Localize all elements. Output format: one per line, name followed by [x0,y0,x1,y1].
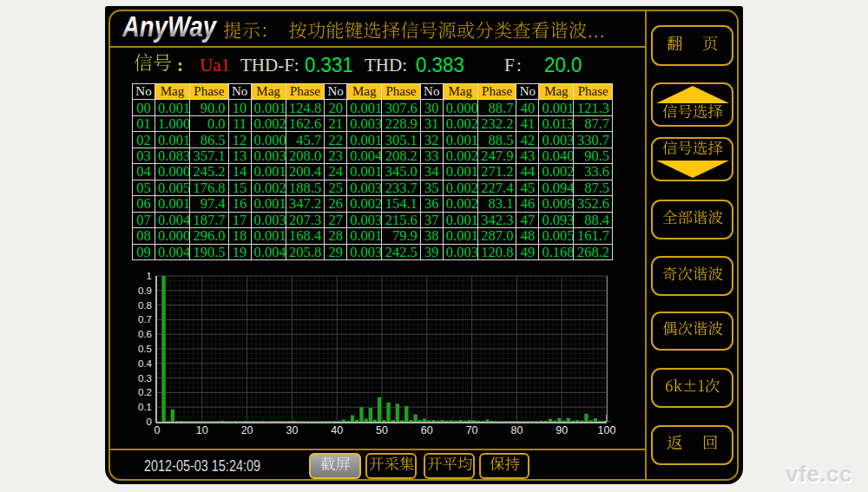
svg-text:80: 80 [510,424,523,436]
svg-text:70: 70 [466,424,478,436]
svg-text:20: 20 [241,424,253,436]
svg-text:60: 60 [421,424,433,436]
svg-text:0.6: 0.6 [138,329,152,339]
svg-text:0.2: 0.2 [138,387,152,397]
svg-text:50: 50 [376,424,388,436]
svg-text:40: 40 [331,424,343,436]
svg-text:90: 90 [556,424,568,436]
svg-text:0.9: 0.9 [138,285,152,296]
svg-text:0.4: 0.4 [138,358,153,369]
svg-text:0.7: 0.7 [138,314,152,325]
svg-text:AnyWay: AnyWay [122,10,217,43]
svg-text:100: 100 [598,424,616,436]
svg-text:0: 0 [155,424,161,436]
svg-text:0.1: 0.1 [138,402,152,412]
svg-text:1: 1 [147,271,152,281]
svg-text:10: 10 [196,424,208,436]
svg-text:0.5: 0.5 [138,344,152,354]
svg-text:0.3: 0.3 [138,373,152,384]
svg-text:0: 0 [147,417,152,427]
svg-text:0.8: 0.8 [138,300,152,311]
svg-text:30: 30 [286,424,298,436]
